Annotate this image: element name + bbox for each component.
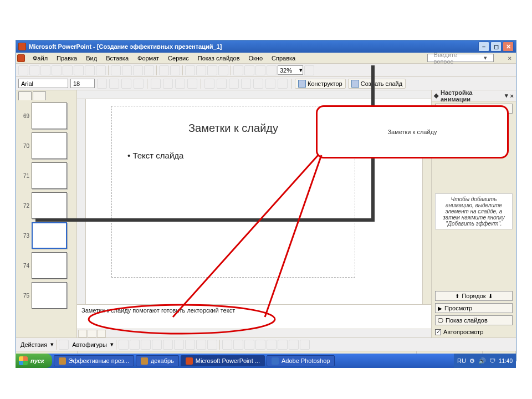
notes-pane[interactable]: Заметки к слайду помогают готовить лекто… [77, 304, 431, 329]
menu-slideshow[interactable]: Показ слайдов [193, 54, 244, 63]
showformat-icon[interactable] [244, 65, 254, 75]
diagram-button[interactable] [185, 340, 195, 350]
shadow-button[interactable] [134, 79, 144, 89]
thumbnails-list[interactable]: 69707172737475 [16, 100, 76, 337]
minimize-button[interactable]: – [478, 42, 489, 52]
arrow-button[interactable] [130, 340, 140, 350]
designer-button[interactable]: Конструктор [295, 79, 346, 89]
zoom-combo[interactable]: 32%▾ [278, 65, 303, 75]
align-left-button[interactable] [151, 79, 161, 89]
decrease-indent-button[interactable] [253, 79, 263, 89]
oval-button[interactable] [152, 340, 162, 350]
chart-icon[interactable] [185, 65, 195, 75]
permissions-icon[interactable] [52, 65, 62, 75]
color-icon[interactable] [267, 65, 277, 75]
italic-button[interactable] [109, 79, 119, 89]
slides-tab[interactable] [33, 91, 46, 100]
taskbar-item[interactable]: Эффективные през... [54, 355, 134, 366]
wordart-button[interactable] [174, 340, 184, 350]
menu-insert[interactable]: Вставка [101, 54, 133, 63]
menu-view[interactable]: Вид [81, 54, 101, 63]
thumbnail-row[interactable]: 72 [19, 192, 73, 219]
close-button[interactable]: ✕ [503, 42, 514, 52]
thumb-slide[interactable] [32, 132, 67, 159]
underline-button[interactable] [121, 79, 131, 89]
print-icon[interactable] [63, 65, 73, 75]
fontsize-combo[interactable]: 18 [70, 79, 95, 88]
slideshow-button[interactable]: 🖵 Показ слайдов [435, 315, 513, 325]
doc-close-button[interactable]: × [504, 54, 516, 63]
save-icon[interactable] [40, 65, 50, 75]
decrease-font-button[interactable] [241, 79, 251, 89]
thumb-slide[interactable] [32, 192, 67, 219]
start-button[interactable]: пуск [16, 354, 52, 368]
redo-icon[interactable] [170, 65, 180, 75]
grid-icon[interactable] [255, 65, 265, 75]
shadow-style-button[interactable] [289, 340, 299, 350]
autoshapes-menu[interactable]: Автофигуры [70, 341, 109, 348]
undo-icon[interactable] [159, 65, 169, 75]
normal-view-button[interactable] [78, 330, 87, 337]
increase-indent-button[interactable] [265, 79, 275, 89]
thumbnail-row[interactable]: 70 [19, 132, 73, 159]
taskbar-item[interactable]: Adobe Photoshop [267, 355, 335, 366]
menu-window[interactable]: Окно [244, 54, 268, 63]
align-center-button[interactable] [163, 79, 173, 89]
expand-icon[interactable] [233, 65, 243, 75]
hyperlink-icon[interactable] [218, 65, 228, 75]
thumbnail-row[interactable]: 74 [19, 252, 73, 279]
thumbnail-row[interactable]: 71 [19, 162, 73, 189]
open-icon[interactable] [29, 65, 39, 75]
linecolor-button[interactable] [233, 340, 243, 350]
menu-format[interactable]: Формат [133, 54, 163, 63]
order-control[interactable]: ⬆ Порядок ⬇ [435, 291, 513, 301]
research-icon[interactable] [96, 65, 106, 75]
align-right-button[interactable] [175, 79, 185, 89]
fillcolor-button[interactable] [222, 340, 232, 350]
line-button[interactable] [119, 340, 129, 350]
taskpane-header[interactable]: ◆ Настройка анимации ▾× [432, 90, 516, 101]
dashstyle-button[interactable] [267, 340, 277, 350]
distributed-button[interactable] [187, 79, 197, 89]
paste-icon[interactable] [133, 65, 143, 75]
bold-button[interactable] [97, 79, 107, 89]
tablesgrid-icon[interactable] [207, 65, 217, 75]
tray-icon-3[interactable]: 🛡 [489, 357, 495, 364]
copy-icon[interactable] [122, 65, 132, 75]
preview-icon[interactable] [74, 65, 84, 75]
spellcheck-icon[interactable] [85, 65, 95, 75]
system-tray[interactable]: RU ⚙ 🔊 🛡 11:40 [454, 354, 516, 368]
new-icon[interactable] [18, 65, 28, 75]
3d-button[interactable] [300, 340, 310, 350]
taskbar-item[interactable]: Microsoft PowerPoint ... [181, 355, 265, 366]
thumb-slide[interactable] [32, 162, 67, 189]
increase-font-button[interactable] [229, 79, 239, 89]
cut-icon[interactable] [111, 65, 121, 75]
outline-tab[interactable] [18, 91, 32, 100]
thumb-slide[interactable] [32, 252, 67, 279]
numbering-button[interactable] [204, 79, 214, 89]
ask-question-box[interactable]: Введите вопрос▾ [427, 54, 494, 62]
tray-icon-2[interactable]: 🔊 [478, 357, 486, 365]
thumbnail-row[interactable]: 75 [19, 282, 73, 309]
table-icon[interactable] [196, 65, 206, 75]
tray-icon-1[interactable]: ⚙ [469, 357, 475, 365]
menu-tools[interactable]: Сервис [163, 54, 193, 63]
new-slide-button[interactable]: Создать слайд [348, 79, 406, 89]
taskbar-item[interactable]: декабрь [136, 355, 179, 366]
sorter-view-button[interactable] [88, 330, 96, 337]
textbox-button[interactable] [163, 340, 173, 350]
picture-button[interactable] [207, 340, 217, 350]
lang-indicator[interactable]: RU [457, 357, 466, 364]
thumb-slide[interactable] [32, 222, 67, 249]
rectangle-button[interactable] [141, 340, 151, 350]
help-icon[interactable] [304, 65, 314, 75]
menu-file[interactable]: Файл [28, 54, 52, 63]
thumb-slide[interactable] [32, 103, 67, 129]
clipart-button[interactable] [196, 340, 206, 350]
thumbnail-row[interactable]: 69 [19, 103, 73, 129]
arrowstyle-button[interactable] [278, 340, 288, 350]
slide-body[interactable]: • Текст слайда [127, 151, 183, 160]
preview-button[interactable]: ▶ Просмотр [435, 303, 513, 313]
slideshow-view-button[interactable] [97, 330, 106, 337]
